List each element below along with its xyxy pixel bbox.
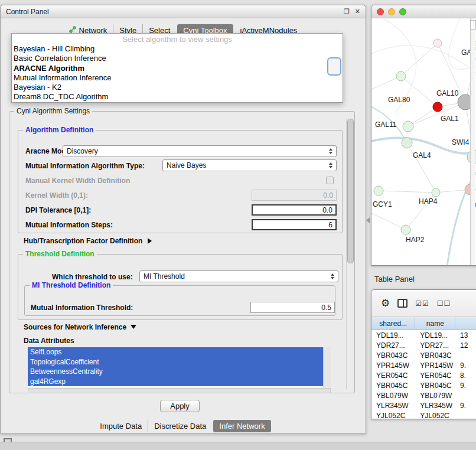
unchecked-boxes-icon[interactable]: ☐☐ bbox=[437, 299, 451, 308]
aracne-mode-select[interactable]: Discovery bbox=[63, 145, 337, 157]
algorithm-option-bayesian-hill-climbing[interactable]: Bayesian - Hill Climbing bbox=[12, 44, 343, 54]
table-row[interactable]: YJL052CYJL052C bbox=[371, 410, 476, 419]
attribute-betweennesscentrality[interactable]: BetweennessCentrality bbox=[28, 367, 323, 377]
threshold-definition-group: Threshold Definition Which threshold to … bbox=[18, 254, 343, 320]
bottom-tab-bar: Impute DataDiscretize DataInfer Network bbox=[1, 419, 366, 433]
table-cell: YBR045C bbox=[371, 381, 415, 390]
table-cell: YDR27... bbox=[415, 341, 455, 350]
node-label: GAL1 bbox=[441, 115, 459, 123]
network-edge[interactable] bbox=[379, 191, 436, 193]
table-cell: 13 bbox=[455, 331, 476, 340]
network-node[interactable] bbox=[403, 121, 413, 132]
dropdown-arrows-icon bbox=[331, 273, 334, 279]
table-cell: 12 bbox=[455, 341, 476, 350]
close-window-icon[interactable]: ✕ bbox=[355, 8, 360, 15]
node-label: GAL80 bbox=[388, 96, 410, 104]
table-row[interactable]: YBL079WYBL079W bbox=[371, 390, 476, 400]
desktop: Control Panel ❐ ✕ NetworkStyleSelectCyni… bbox=[0, 0, 476, 450]
node-label: HAP2 bbox=[406, 236, 425, 244]
node-label: SWI4 bbox=[452, 138, 470, 146]
attribute-topologicalcoefficient[interactable]: TopologicalCoefficient bbox=[28, 357, 323, 367]
network-scrollbar-button[interactable] bbox=[470, 20, 476, 30]
mi-algorithm-type-select[interactable]: Naive Bayes bbox=[162, 159, 337, 171]
table-row[interactable]: YLR345WYLR345W9. bbox=[371, 400, 476, 410]
table-cell: 8. bbox=[455, 371, 476, 380]
data-attributes-list: SelfLoopsTopologicalCoefficientBetweenne… bbox=[28, 347, 331, 387]
columns-icon[interactable] bbox=[397, 299, 407, 308]
settings-scrollbar-track[interactable] bbox=[346, 119, 354, 389]
algorithm-option-bayesian-k2[interactable]: Bayesian - K2 bbox=[12, 83, 343, 92]
gear-icon[interactable]: ⚙ bbox=[381, 297, 390, 309]
apply-button[interactable]: Apply bbox=[160, 400, 200, 412]
mi-threshold-definition-group: MI Threshold Definition Mutual Informati… bbox=[24, 285, 335, 316]
cyni-algorithm-settings-group: Cyni Algorithm Settings Algorithm Defini… bbox=[9, 111, 355, 393]
node-label: GCY1 bbox=[373, 200, 392, 208]
node-label: GAL10 bbox=[436, 89, 459, 97]
bottom-tab-impute-data[interactable]: Impute Data bbox=[94, 420, 148, 432]
table-row[interactable]: YDR27...YDR27...12 bbox=[371, 340, 476, 350]
network-canvas[interactable]: GALGAL80GAL10GAL1GAL11SWI4GAL4GCY1HAP4HA… bbox=[371, 18, 476, 266]
table-cell: YBR045C bbox=[415, 381, 455, 390]
column-header-name[interactable]: name bbox=[415, 317, 455, 330]
close-traffic-light-icon[interactable] bbox=[377, 8, 384, 15]
network-node[interactable] bbox=[433, 39, 442, 47]
dpi-tolerance-field[interactable] bbox=[252, 204, 337, 216]
network-view-window: GALGAL80GAL10GAL1GAL11SWI4GAL4GCY1HAP4HA… bbox=[371, 5, 476, 266]
tab-label: Impute Data bbox=[100, 422, 142, 431]
network-window-titlebar[interactable] bbox=[371, 5, 476, 18]
minimize-traffic-light-icon[interactable] bbox=[388, 8, 395, 15]
table-row[interactable]: YDL19...YDL19...13 bbox=[371, 330, 476, 340]
table-cell: YDL19... bbox=[371, 331, 415, 340]
attributes-vertical-scrollbar[interactable] bbox=[323, 347, 331, 387]
kernel-width-field[interactable] bbox=[252, 190, 337, 201]
which-threshold-select[interactable]: MI Threshold bbox=[139, 270, 338, 282]
network-node[interactable] bbox=[396, 71, 406, 81]
float-window-icon[interactable]: ❐ bbox=[344, 8, 350, 15]
background-arc bbox=[371, 45, 476, 74]
algorithm-option-basic-correlation-inference[interactable]: Basic Correlation Inference bbox=[12, 54, 343, 63]
zoom-traffic-light-icon[interactable] bbox=[399, 8, 406, 15]
data-attributes-label: Data Attributes bbox=[24, 337, 74, 345]
algorithm-option-dream8-dc-tdc-algorithm[interactable]: Dream8 DC_TDC Algorithm bbox=[12, 92, 343, 102]
table-cell: YER054C bbox=[371, 371, 415, 380]
network-vertical-scrollbar[interactable] bbox=[470, 18, 475, 265]
network-edge[interactable] bbox=[371, 213, 406, 230]
table-panel-window: ⚙ ☑☑ ☐☐ shared...name YDL19...YDL19...13… bbox=[371, 289, 476, 419]
window-buttons: ❐ ✕ bbox=[344, 8, 360, 15]
table-row[interactable]: YPR145WYPR145W9. bbox=[371, 360, 476, 370]
network-node[interactable] bbox=[432, 188, 440, 197]
attribute-gal4rgexp[interactable]: gal4RGexp bbox=[28, 377, 323, 387]
checked-boxes-icon[interactable]: ☑☑ bbox=[415, 299, 429, 308]
table-row[interactable]: YER054CYER054C8. bbox=[371, 370, 476, 380]
network-node[interactable] bbox=[374, 186, 383, 195]
attributes-horizontal-scrollbar[interactable] bbox=[28, 388, 331, 393]
column-header-shared[interactable]: shared... bbox=[371, 317, 415, 330]
window-title: Control Panel bbox=[6, 8, 49, 16]
node-label: HAP4 bbox=[419, 197, 438, 206]
table-cell: YPR145W bbox=[415, 361, 455, 370]
algorithm-option-aracne-algorithm[interactable]: ARACNE Algorithm bbox=[12, 64, 343, 73]
table-row[interactable]: YBR043CYBR043C bbox=[371, 350, 476, 360]
bottom-tab-infer-network[interactable]: Infer Network bbox=[213, 420, 270, 432]
mi-steps-field[interactable] bbox=[252, 219, 337, 230]
panel-divider-handle[interactable] bbox=[366, 217, 370, 223]
mi-threshold-field[interactable] bbox=[250, 302, 335, 313]
sources-section-toggle[interactable]: Sources for Network Inference bbox=[24, 323, 136, 331]
network-edge[interactable] bbox=[401, 43, 438, 76]
network-node[interactable] bbox=[402, 138, 412, 148]
control-panel-titlebar[interactable]: Control Panel ❐ ✕ bbox=[1, 5, 366, 18]
column-header-col2[interactable] bbox=[455, 317, 476, 330]
algorithm-option-mutual-information-inference[interactable]: Mutual Information Inference bbox=[12, 73, 343, 83]
bottom-tab-discretize-data[interactable]: Discretize Data bbox=[148, 420, 212, 432]
manual-kernel-width-checkbox[interactable] bbox=[326, 177, 334, 184]
table-body: YDL19...YDL19...13YDR27...YDR27...12YBR0… bbox=[371, 330, 476, 419]
table-row[interactable]: YBR045CYBR045C9. bbox=[371, 380, 476, 390]
table-cell: YBR043C bbox=[371, 351, 415, 360]
network-node[interactable] bbox=[401, 225, 410, 234]
network-edge[interactable] bbox=[407, 143, 436, 193]
attribute-selfloops[interactable]: SelfLoops bbox=[28, 347, 323, 357]
settings-scrollbar-thumb[interactable] bbox=[347, 119, 354, 263]
hub-factor-section-toggle[interactable]: Hub/Transcription Factor Definition bbox=[24, 237, 152, 245]
mi-steps-label: Mutual Information Steps: bbox=[25, 221, 113, 229]
network-node[interactable] bbox=[433, 102, 442, 112]
